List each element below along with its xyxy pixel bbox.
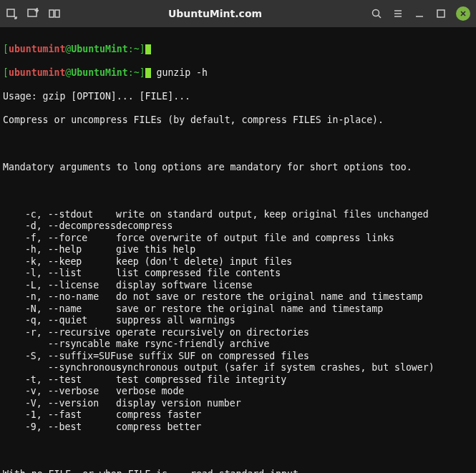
option-desc: give this help [116, 244, 195, 256]
option-desc: display software license [116, 280, 253, 292]
terminal-body[interactable]: [ubuntumint@UbuntuMint:~] [ubuntumint@Ub… [0, 27, 476, 473]
option-row: -h, --helpgive this help [3, 244, 473, 256]
output-usage: Usage: gzip [OPTION]... [FILE]... [3, 91, 473, 103]
option-row: -V, --versiondisplay version number [3, 398, 473, 410]
option-row: -v, --verboseverbose mode [3, 386, 473, 398]
close-button[interactable] [456, 6, 470, 21]
option-desc: save or restore the original name and ti… [116, 303, 383, 316]
option-desc: verbose mode [116, 386, 184, 398]
svg-rect-7 [55, 10, 59, 17]
window-title: UbuntuMint.com [60, 8, 370, 19]
option-desc: force overwrite of output file and compr… [116, 233, 394, 245]
option-flag: -k, --keep [3, 256, 116, 268]
titlebar-left-controls: + [6, 8, 60, 19]
terminal-window: + UbuntuMint.com [ubuntumint@ [0, 0, 476, 473]
option-flag: -l, --list [3, 268, 116, 280]
option-desc: make rsync-friendly archive [116, 338, 269, 351]
command-text: gunzip -h [157, 67, 208, 78]
option-row: -n, --no-namedo not save or restore the … [3, 291, 473, 303]
option-flag: -t, --test [3, 374, 116, 386]
option-desc: synchronous output (safer if system cras… [116, 362, 434, 374]
maximize-icon[interactable] [434, 7, 447, 20]
option-desc: do not save or restore the original name… [116, 291, 423, 303]
option-desc: test compressed file integrity [116, 374, 286, 386]
option-flag: -L, --license [3, 280, 116, 292]
option-desc: compress better [116, 421, 201, 434]
cursor-icon [145, 44, 151, 54]
output-nofile: With no FILE, or when FILE is -, read st… [3, 469, 473, 474]
option-flag: -V, --version [3, 398, 116, 410]
option-flag: -1, --fast [3, 409, 116, 421]
option-row: -S, --suffix=SUFuse suffix SUF on compre… [3, 351, 473, 363]
output-desc: Compress or uncompress FILEs (by default… [3, 114, 473, 127]
titlebar-right-controls [370, 6, 470, 21]
option-desc: operate recursively on directories [116, 327, 309, 339]
svg-point-8 [373, 10, 379, 16]
prompt-path: ~ [134, 44, 140, 54]
option-desc: list compressed file contents [116, 268, 281, 280]
option-desc: suppress all warnings [116, 315, 235, 327]
prompt-host: UbuntuMint [71, 44, 127, 54]
option-row: -c, --stdoutwrite on standard output, ke… [3, 209, 473, 221]
option-flag: -v, --verbose [3, 386, 116, 398]
option-flag: -N, --name [3, 303, 116, 316]
option-desc: keep (don't delete) input files [116, 256, 292, 268]
output-mandatory: Mandatory arguments to long options are … [3, 162, 473, 174]
titlebar: + UbuntuMint.com [0, 0, 476, 27]
option-flag: -q, --quiet [3, 315, 116, 327]
new-window-icon[interactable]: + [27, 8, 39, 19]
minimize-icon[interactable] [413, 7, 426, 20]
option-desc: use suffix SUF on compressed files [116, 351, 309, 363]
option-row: --synchronoussynchronous output (safer i… [3, 362, 473, 374]
option-flag: -r, --recursive [3, 327, 116, 339]
option-row: -f, --forceforce overwrite of output fil… [3, 233, 473, 245]
option-desc: decompress [116, 220, 173, 233]
svg-text:+: + [34, 8, 39, 14]
option-flag: -d, --decompress [3, 220, 116, 233]
option-row: -L, --licensedisplay software license [3, 280, 473, 292]
option-desc: compress faster [116, 409, 201, 421]
option-flag: -f, --force [3, 233, 116, 245]
option-flag: -h, --help [3, 244, 116, 256]
svg-rect-14 [437, 10, 445, 17]
option-row: -k, --keepkeep (don't delete) input file… [3, 256, 473, 268]
option-flag: --rsyncable [3, 338, 116, 351]
option-flag: -n, --no-name [3, 291, 116, 303]
option-row: -1, --fastcompress faster [3, 409, 473, 421]
option-flag: --synchronous [3, 362, 116, 374]
option-row: -t, --testtest compressed file integrity [3, 374, 473, 386]
option-row: -r, --recursiveoperate recursively on di… [3, 327, 473, 339]
new-tab-icon[interactable] [6, 8, 17, 19]
option-row: -9, --bestcompress better [3, 421, 473, 434]
option-desc: display version number [116, 398, 241, 410]
option-flag: -c, --stdout [3, 209, 116, 221]
option-flag: -S, --suffix=SUF [3, 351, 116, 363]
option-desc: write on standard output, keep original … [116, 209, 429, 221]
svg-line-9 [379, 16, 382, 19]
prompt-user: ubuntumint [9, 44, 65, 54]
option-row: --rsyncablemake rsync-friendly archive [3, 338, 473, 351]
svg-rect-0 [7, 9, 14, 16]
option-row: -q, --quietsuppress all warnings [3, 315, 473, 327]
split-icon[interactable] [49, 8, 60, 19]
prompt-line: [ubuntumint@UbuntuMint:~] gunzip -h [3, 67, 473, 79]
cursor-icon [145, 68, 151, 78]
svg-rect-6 [49, 10, 54, 17]
options-list: -c, --stdoutwrite on standard output, ke… [3, 209, 473, 434]
option-row: -l, --listlist compressed file contents [3, 268, 473, 280]
option-row: -d, --decompressdecompress [3, 220, 473, 233]
search-icon[interactable] [370, 7, 383, 20]
menu-icon[interactable] [392, 7, 404, 20]
option-flag: -9, --best [3, 421, 116, 434]
option-row: -N, --namesave or restore the original n… [3, 303, 473, 316]
prompt-line: [ubuntumint@UbuntuMint:~] [3, 44, 473, 56]
